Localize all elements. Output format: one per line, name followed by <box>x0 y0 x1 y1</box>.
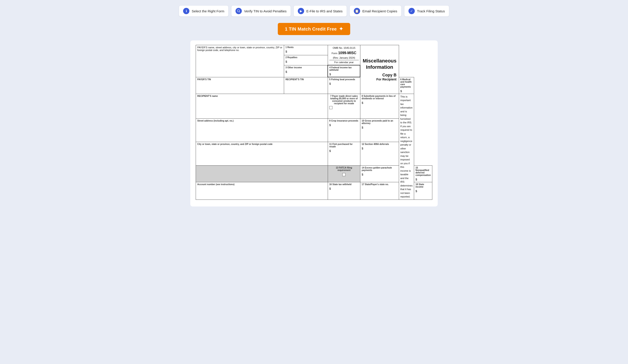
recipient-tin-cell: RECIPIENT'S TIN <box>284 77 328 94</box>
field5-dollar: $ <box>329 82 359 85</box>
step-icon-select: ℹ <box>183 8 189 14</box>
step-select-form[interactable]: ℹ Select the Right Form <box>179 5 229 17</box>
field8-dollar: $ <box>362 101 397 105</box>
recipient-tin-label: RECIPIENT'S TIN <box>285 78 326 81</box>
step-verify-tin[interactable]: Verify TIN to Avoid Penalties <box>231 5 291 17</box>
field16-label: 16 State tax withheld <box>329 183 359 185</box>
field14-label: 14 Excess golden parachute payments <box>362 167 397 172</box>
svg-point-0 <box>237 10 239 12</box>
field1-cell: 1 Rents $ <box>284 45 328 55</box>
field15-label: 15 Nonqualified deferred compensation <box>415 167 431 176</box>
field2-dollar: $ <box>285 60 326 63</box>
payer-address-cell: PAYER'S name, street address, city or to… <box>196 45 284 77</box>
step-label-select: Select the Right Form <box>192 9 224 13</box>
field12-dollar: $ <box>362 147 397 150</box>
recipient-name-label: RECIPIENT'S name <box>197 95 326 97</box>
field3-cell: 3 Other income $ <box>284 65 328 77</box>
recipient-name-cell: RECIPIENT'S name <box>196 94 328 119</box>
account-no-label: Account number (see instructions) <box>197 183 326 185</box>
field6-label: 6 Medical and health care payments <box>400 78 412 88</box>
field3-dollar: $ <box>285 70 326 73</box>
field18-dollar: $ <box>415 189 431 193</box>
field6-dollar: $ <box>400 89 412 93</box>
step-track-status[interactable]: ✓ Track Filing Status <box>404 5 449 17</box>
side-note-cell: This is important tax information and is… <box>399 94 414 199</box>
field2-cell: 2 Royalties $ <box>284 55 328 65</box>
field9-dollar: $ <box>329 123 359 127</box>
step-label-verify: Verify TIN to Avoid Penalties <box>244 9 287 13</box>
tin-credit-button[interactable]: 1 TIN Match Credit Free ✦ <box>278 23 350 35</box>
step-label-efile: E-File to IRS and States <box>306 9 343 13</box>
field5-cell: 5 Fishing boat proceeds $ <box>328 77 360 94</box>
svg-line-1 <box>239 12 240 12</box>
for-recipient: For Recipient <box>363 77 396 81</box>
field18-cell: 18 State income $ <box>414 182 432 199</box>
field12-cell: 12 Section 409A deferrals $ <box>360 142 399 166</box>
tin-credit-wrapper: 1 TIN Match Credit Free ✦ <box>4 23 624 35</box>
step-icon-track: ✓ <box>408 8 415 14</box>
street-address-cell: Street address (including apt. no.) <box>196 119 328 142</box>
field10-label: 10 Gross proceeds paid to an attorney <box>362 120 397 124</box>
field15-dollar: $ <box>415 178 431 181</box>
field11-dollar: $ <box>329 149 359 153</box>
payer-address-label: PAYER'S name, street address, city or to… <box>197 46 282 52</box>
field7-label: 7 Payer made direct sales totaling $5,00… <box>329 95 359 105</box>
side-note-text: This is important tax information and is… <box>400 95 412 198</box>
field9-label: 9 Crop insurance proceeds <box>329 120 359 122</box>
main-title-line1: Miscellaneous <box>363 58 396 64</box>
form-container: PAYER'S name, street address, city or to… <box>190 40 438 206</box>
field4-label: 4 Federal income tax withheld <box>329 66 359 71</box>
field2-label: 2 Royalties <box>285 56 326 59</box>
field7-checkbox[interactable] <box>329 106 332 109</box>
account-no-cell: Account number (see instructions) <box>196 182 328 199</box>
field4-dollar: $ <box>329 72 359 76</box>
tin-credit-label: 1 TIN Match Credit Free <box>285 26 337 32</box>
step-efile[interactable]: ▶ E-File to IRS and States <box>294 5 347 17</box>
field16-dollar: $ <box>329 187 359 190</box>
city-cell: City or town, state or province, country… <box>196 142 328 166</box>
field14-cell: 14 Excess golden parachute payments $ <box>360 165 399 182</box>
fatca-checkbox[interactable] <box>342 173 345 176</box>
rev-date: (Rev. January 2024) <box>329 57 359 59</box>
field3-label: 3 Other income <box>285 66 326 69</box>
step-icon-verify <box>236 8 242 14</box>
step-label-email: Email Recipient Copies <box>362 9 397 13</box>
omb-block: OMB No. 1545-0115 Form 1099-MISC (Rev. J… <box>328 45 360 65</box>
step-icon-efile: ▶ <box>298 8 304 14</box>
form-title-block: Miscellaneous Information Copy B For Rec… <box>360 45 399 94</box>
rev-label: Form <box>331 52 337 55</box>
field16-cell: 16 State tax withheld $ <box>328 182 360 199</box>
field15-cell: 15 Nonqualified deferred compensation $ <box>414 165 432 182</box>
field9-cell: 9 Crop insurance proceeds $ <box>328 119 360 142</box>
field8-cell: 8 Substitute payments in lieu of dividen… <box>360 94 399 119</box>
step-email-copies[interactable]: 📋 Email Recipient Copies <box>350 5 401 17</box>
field7-cell: 7 Payer made direct sales totaling $5,00… <box>328 94 360 119</box>
payer-tin-cell: PAYER'S TIN <box>196 77 284 94</box>
field5-label: 5 Fishing boat proceeds <box>329 78 359 81</box>
form-1099: PAYER'S name, street address, city or to… <box>196 45 432 200</box>
step-label-track: Track Filing Status <box>417 9 445 13</box>
city-label: City or town, state or province, country… <box>197 143 326 145</box>
field4-cell: 4 Federal income tax withheld $ <box>328 65 360 77</box>
field14-dollar: $ <box>362 173 397 176</box>
field18-label: 18 State income <box>415 183 431 188</box>
field10-cell: 10 Gross proceeds paid to an attorney $ <box>360 119 399 142</box>
field12-label: 12 Section 409A deferrals <box>362 143 397 145</box>
form-number: 1099-MISC <box>338 51 356 55</box>
cal-year-label: For calendar year <box>329 60 359 63</box>
payer-tin-label: PAYER'S TIN <box>197 78 283 81</box>
field13-cell: 13 FATCA filing requirement <box>328 165 360 182</box>
step-icon-email: 📋 <box>354 8 360 14</box>
omb-label: OMB No. 1545-0115 <box>329 47 359 49</box>
field10-dollar: $ <box>362 126 397 129</box>
field1-dollar: $ <box>285 50 326 53</box>
field17-cell: 17 State/Payer's state no. <box>360 182 399 199</box>
field6-cell: 6 Medical and health care payments $ <box>399 77 414 94</box>
field8-label: 8 Substitute payments in lieu of dividen… <box>362 95 397 100</box>
sparkle-icon: ✦ <box>339 26 343 32</box>
field17-label: 17 State/Payer's state no. <box>362 183 397 185</box>
main-title-line2: Information <box>363 64 396 70</box>
field11-label: 11 Fish purchased for resale <box>329 143 359 148</box>
gray-area <box>196 165 328 182</box>
copy-b: Copy B <box>363 73 396 77</box>
